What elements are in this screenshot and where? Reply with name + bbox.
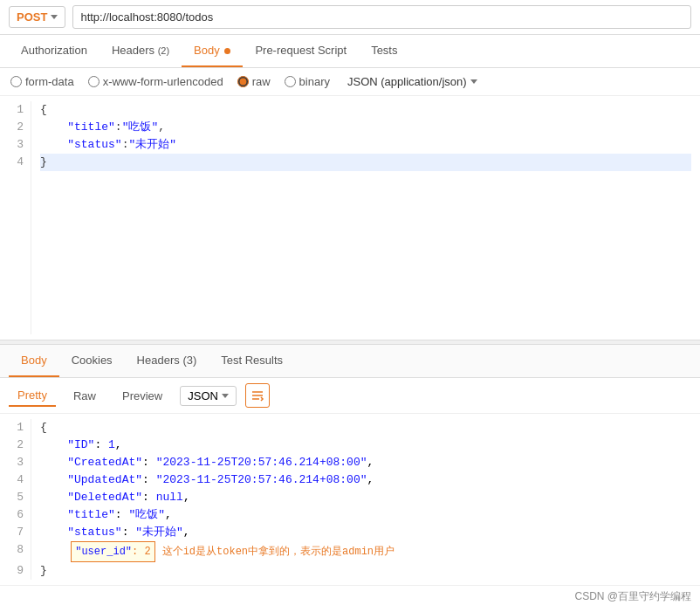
resp-tab-test-results[interactable]: Test Results <box>209 345 295 377</box>
code-editor-content[interactable]: 1 2 3 4 { "title":"吃饭", "status":"未开始" } <box>0 96 700 340</box>
resp-line-9: 9 } <box>0 562 700 580</box>
footer: CSDN @百里守约学编程 <box>0 585 700 605</box>
method-label: POST <box>17 10 47 24</box>
resp-pretty-btn[interactable]: Pretty <box>9 385 56 407</box>
resp-line-8: 8 "user_id": 2这个id是从token中拿到的，表示的是admin用… <box>0 541 700 562</box>
response-section: Body Cookies Headers (3) Test Results Pr… <box>0 344 700 585</box>
request-tabs: Authorization Headers (2) Body Pre-reque… <box>0 35 700 67</box>
resp-raw-btn[interactable]: Raw <box>65 386 105 406</box>
tab-authorization[interactable]: Authorization <box>9 35 100 67</box>
resp-format-icon[interactable] <box>245 383 270 408</box>
tab-body[interactable]: Body <box>182 35 243 67</box>
resp-line-1: 1 { <box>0 419 700 437</box>
line-numbers: 1 2 3 4 <box>0 101 31 334</box>
format-selector[interactable]: JSON (application/json) <box>347 75 477 88</box>
tab-tests[interactable]: Tests <box>359 35 409 67</box>
radio-raw[interactable]: raw <box>237 75 271 88</box>
resp-preview-btn[interactable]: Preview <box>113 386 171 406</box>
resp-line-3: 3 "CreatedAt": "2023-11-25T20:57:46.214+… <box>0 454 700 471</box>
tab-pre-request-script[interactable]: Pre-request Script <box>243 35 359 67</box>
annotation-text: 这个id是从token中拿到的，表示的是admin用户 <box>162 546 395 558</box>
request-body-editor: 1 2 3 4 { "title":"吃饭", "status":"未开始" } <box>0 96 700 340</box>
resp-line-7: 7 "status": "未开始", <box>0 524 700 541</box>
request-tabs-container: Authorization Headers (2) Body Pre-reque… <box>0 35 700 68</box>
radio-binary[interactable]: binary <box>285 75 330 88</box>
resp-format-selector[interactable]: JSON <box>180 386 237 406</box>
footer-text: CSDN @百里守约学编程 <box>574 590 691 602</box>
method-chevron-icon <box>51 15 58 19</box>
resp-line-6: 6 "title": "吃饭", <box>0 506 700 524</box>
resp-line-4: 4 "UpdatedAt": "2023-11-25T20:57:46.214+… <box>0 471 700 489</box>
code-line-1: { <box>40 101 691 119</box>
resp-format-chevron-icon <box>222 394 229 398</box>
resp-line-2: 2 "ID": 1, <box>0 437 700 454</box>
code-line-4: } <box>40 154 691 171</box>
tab-headers[interactable]: Headers (2) <box>100 35 182 67</box>
radio-url-encoded[interactable]: x-www-form-urlencoded <box>88 75 223 88</box>
body-dot <box>224 48 230 54</box>
code-line-2: "title":"吃饭", <box>40 119 691 136</box>
resp-tab-body[interactable]: Body <box>9 345 59 377</box>
code-line-3: "status":"未开始" <box>40 136 691 154</box>
radio-form-data[interactable]: form-data <box>10 75 74 88</box>
resp-tab-cookies[interactable]: Cookies <box>59 345 125 377</box>
user-id-annotation-box: "user_id": 2 <box>71 541 154 562</box>
format-chevron-icon <box>470 79 477 84</box>
url-input[interactable] <box>72 5 691 29</box>
body-options-bar: form-data x-www-form-urlencoded raw bina… <box>0 68 700 96</box>
response-tabs: Body Cookies Headers (3) Test Results <box>0 345 700 378</box>
response-toolbar: Pretty Raw Preview JSON <box>0 378 700 414</box>
resp-tab-headers[interactable]: Headers (3) <box>125 345 209 377</box>
top-bar: POST <box>0 0 700 35</box>
resp-line-5: 5 "DeletedAt": null, <box>0 489 700 506</box>
response-body-content: 1 { 2 "ID": 1, 3 "CreatedAt": "2023-11-2… <box>0 414 700 585</box>
code-lines: { "title":"吃饭", "status":"未开始" } <box>31 101 700 334</box>
method-selector[interactable]: POST <box>9 6 65 28</box>
